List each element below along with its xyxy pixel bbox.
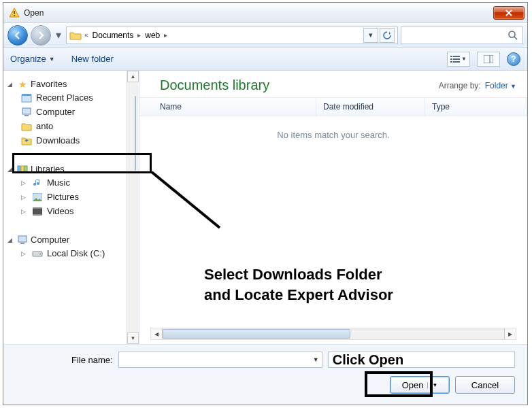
tree-item-downloads[interactable]: Downloads [3, 133, 125, 148]
svg-line-4 [514, 37, 517, 39]
scroll-right-icon[interactable]: ▶ [504, 328, 516, 339]
chevron-icon: ▸ [137, 31, 141, 39]
toolbar: Organize ▼ New folder ▼ ? [3, 48, 527, 71]
expand-icon: ▷ [21, 250, 28, 257]
libraries-icon [17, 165, 28, 174]
column-type[interactable]: Type [425, 98, 527, 116]
scroll-up-icon[interactable]: ▲ [127, 71, 139, 82]
svg-rect-13 [22, 95, 31, 102]
arrange-value[interactable]: Folder ▼ [485, 81, 516, 90]
folder-icon [21, 122, 32, 131]
expand-icon: ▷ [21, 194, 28, 201]
title-bar: Open [3, 3, 527, 23]
help-button[interactable]: ? [507, 52, 520, 66]
search-box[interactable] [401, 27, 523, 44]
svg-rect-11 [484, 55, 493, 63]
scroll-track[interactable] [163, 328, 504, 339]
sidebar-scrollbar[interactable]: ▲ ▼ [127, 71, 139, 344]
svg-rect-16 [24, 115, 29, 116]
filename-combo[interactable]: ▼ [118, 352, 322, 368]
search-input[interactable] [405, 31, 508, 40]
scroll-down-icon[interactable]: ▼ [127, 332, 139, 344]
libraries-group[interactable]: ◢Libraries [3, 163, 125, 175]
scroll-thumb[interactable] [135, 96, 136, 171]
chevron-down-icon: ▼ [510, 83, 516, 90]
computer-group[interactable]: ◢Computer [3, 233, 125, 246]
expand-icon: ▷ [21, 180, 28, 186]
preview-pane-button[interactable] [477, 52, 500, 67]
svg-rect-9 [450, 61, 452, 63]
library-header: Documents library Arrange by: Folder ▼ [139, 71, 527, 97]
back-button[interactable] [7, 25, 28, 46]
history-dropdown[interactable]: ▾ [54, 26, 63, 45]
drive-icon [32, 249, 43, 258]
svg-rect-23 [33, 207, 42, 209]
tree-item-music[interactable]: ▷Music [3, 175, 125, 190]
svg-point-21 [35, 194, 37, 197]
svg-rect-8 [453, 58, 460, 60]
crumb-web[interactable]: web [142, 31, 163, 40]
crumb-documents[interactable]: Documents [90, 31, 137, 40]
svg-rect-14 [22, 94, 31, 96]
refresh-button[interactable] [380, 28, 395, 43]
svg-rect-18 [21, 166, 24, 173]
svg-rect-25 [18, 236, 27, 242]
svg-rect-1 [14, 11, 15, 14]
crumb-prefix: « [84, 31, 88, 39]
tree-item-computer-fav[interactable]: Computer [3, 105, 125, 119]
scroll-left-icon[interactable]: ◀ [151, 328, 163, 339]
svg-rect-15 [22, 108, 31, 114]
svg-rect-17 [18, 166, 20, 173]
svg-rect-7 [450, 58, 452, 60]
svg-rect-26 [20, 243, 24, 244]
tree-item-recent-places[interactable]: Recent Places [3, 90, 125, 105]
open-dialog: Open ▾ « Documents ▸ web ▸ ▾ Organize ▼ [3, 2, 528, 405]
empty-message: No items match your search. [139, 116, 527, 154]
collapse-icon: ◢ [7, 81, 14, 88]
favorites-group[interactable]: ◢★Favorites [3, 78, 125, 90]
column-date-modified[interactable]: Date modified [316, 98, 425, 116]
column-name[interactable]: Name [139, 98, 316, 116]
pane-icon [484, 55, 493, 63]
tree-item-videos[interactable]: ▷Videos [3, 204, 125, 218]
window-title: Open [24, 8, 493, 18]
star-icon: ★ [17, 80, 28, 89]
tree-item-anto[interactable]: anto [3, 119, 125, 133]
annotation-text: Select Downloads Folder and Locate Exper… [204, 264, 393, 305]
filetype-filter[interactable]: Click Open [328, 352, 515, 368]
chevron-down-icon[interactable]: ▼ [427, 382, 437, 388]
nav-tree: ◢★Favorites Recent Places Computer anto … [3, 71, 139, 344]
scroll-thumb[interactable] [163, 329, 350, 339]
search-icon [508, 30, 518, 41]
close-button[interactable] [493, 6, 525, 20]
svg-rect-24 [33, 214, 42, 216]
folder-icon [69, 30, 82, 41]
collapse-icon: ◢ [7, 166, 14, 173]
view-mode-button[interactable]: ▼ [447, 52, 470, 67]
breadcrumb-bar[interactable]: « Documents ▸ web ▸ ▾ [66, 27, 398, 44]
svg-rect-19 [24, 166, 27, 173]
chevron-down-icon[interactable]: ▼ [313, 356, 319, 363]
chevron-down-icon: ▼ [461, 56, 467, 62]
computer-icon [17, 235, 28, 245]
filename-label: File name: [71, 355, 113, 365]
tree-item-local-disk-c[interactable]: ▷Local Disk (C:) [3, 246, 125, 260]
horizontal-scrollbar[interactable]: ◀ ▶ [150, 328, 516, 340]
tree-item-pictures[interactable]: ▷Pictures [3, 190, 125, 204]
new-folder-button[interactable]: New folder [71, 54, 114, 64]
collapse-icon: ◢ [7, 237, 14, 243]
organize-button[interactable]: Organize ▼ [10, 54, 55, 64]
column-headers[interactable]: Name Date modified Type [139, 97, 527, 116]
arrange-by[interactable]: Arrange by: Folder ▼ [439, 81, 516, 90]
chevron-icon: ▸ [164, 31, 167, 39]
forward-button[interactable] [31, 25, 51, 46]
nav-bar: ▾ « Documents ▸ web ▸ ▾ [3, 23, 527, 48]
breadcrumb-dropdown[interactable]: ▾ [363, 28, 378, 43]
cancel-button[interactable]: Cancel [455, 376, 515, 394]
refresh-icon [383, 31, 391, 39]
chevron-down-icon: ▼ [49, 56, 55, 63]
library-title: Documents library [160, 78, 269, 93]
downloads-folder-icon [21, 136, 32, 146]
open-button[interactable]: Open▼ [390, 376, 450, 394]
help-icon: ? [511, 54, 516, 64]
